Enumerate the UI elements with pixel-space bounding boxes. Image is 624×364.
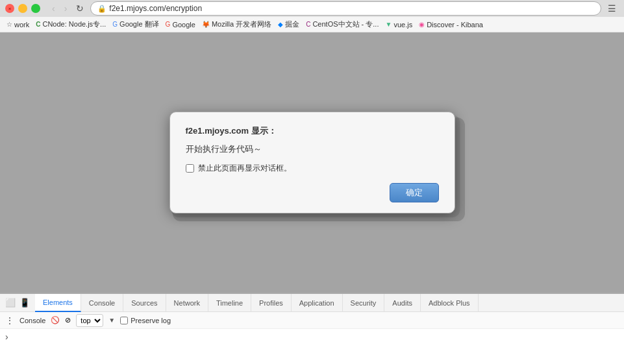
browser-body: f2e1.mjoys.com 显示： 开始执行业务代码～ 禁止此页面再显示对话框… [0, 32, 624, 364]
alert-suppress-checkbox[interactable] [186, 164, 194, 173]
bookmark-google[interactable]: G Google [163, 19, 198, 30]
preserve-log-label: Preserve log [131, 317, 171, 324]
devtools-tab-application-label: Application [299, 299, 334, 307]
bookmark-centos-label: CentOS中文站 - 专... [312, 19, 379, 29]
alert-message: 开始执行业务代码～ [186, 143, 439, 155]
bookmark-mozilla-icon: 🦊 [202, 21, 210, 28]
reload-button[interactable]: ↻ [73, 2, 86, 15]
menu-button[interactable]: ☰ [605, 2, 619, 15]
preserve-log-checkbox[interactable] [120, 317, 128, 324]
devtools-tab-profiles-label: Profiles [259, 299, 283, 307]
devtools-no-errors-icon: 🚫 [51, 316, 60, 324]
bookmark-vue-icon: ▼ [385, 21, 392, 28]
bookmark-juejin-label: 掘金 [285, 19, 299, 29]
devtools-tab-adblock[interactable]: Adblock Plus [421, 294, 479, 312]
security-icon: 🔒 [97, 5, 106, 13]
devtools-tab-profiles[interactable]: Profiles [251, 294, 292, 312]
bookmark-work-icon: ☆ [6, 21, 12, 28]
devtools-console-tab-label[interactable]: Console [19, 317, 45, 324]
alert-ok-button[interactable]: 确定 [390, 183, 439, 202]
alert-overlay: f2e1.mjoys.com 显示： 开始执行业务代码～ 禁止此页面再显示对话框… [0, 32, 624, 293]
devtools-console-area: › [0, 329, 624, 364]
bookmark-kibana-label: Discover - Kibana [427, 21, 483, 29]
page-area: f2e1.mjoys.com 显示： 开始执行业务代码～ 禁止此页面再显示对话框… [0, 32, 624, 364]
devtools-tab-sources[interactable]: Sources [123, 294, 166, 312]
devtools-tab-network-label: Network [174, 299, 200, 307]
alert-checkbox-row: 禁止此页面再显示对话框。 [186, 163, 439, 174]
bookmark-mozilla-label: Mozilla 开发者网络 [212, 19, 271, 29]
devtools-tab-sources-label: Sources [131, 299, 157, 307]
devtools-tab-console[interactable]: Console [81, 294, 123, 312]
devtools-tab-adblock-label: Adblock Plus [429, 299, 470, 307]
devtools-console-toolbar: ⋮ Console 🚫 ⊘ top ▼ Preserve log [0, 312, 624, 329]
alert-title: f2e1.mjoys.com 显示： [186, 125, 439, 137]
bookmark-centos[interactable]: C CentOS中文站 - 专... [303, 18, 381, 30]
devtools-more-icon[interactable]: ⋮ [5, 315, 14, 326]
bookmark-mozilla[interactable]: 🦊 Mozilla 开发者网络 [199, 18, 274, 30]
devtools-tab-timeline-label: Timeline [216, 299, 243, 307]
bookmark-kibana[interactable]: ◉ Discover - Kibana [416, 19, 486, 30]
devtools-tab-network[interactable]: Network [166, 294, 208, 312]
bookmark-cnode-icon: C [36, 21, 40, 28]
devtools-tabs: ⬜ 📱 Elements Console Sources Network [0, 294, 624, 312]
devtools-tab-timeline[interactable]: Timeline [208, 294, 251, 312]
bookmark-google-label: Google [172, 21, 195, 29]
window-controls: × [5, 4, 40, 13]
page-content: f2e1.mjoys.com 显示： 开始执行业务代码～ 禁止此页面再显示对话框… [0, 32, 624, 293]
bookmark-vue-label: vue.js [393, 21, 412, 29]
devtools-filter-icon[interactable]: ⊘ [65, 316, 71, 324]
devtools-device-icon[interactable]: 📱 [19, 298, 30, 308]
alert-title-text: f2e1.mjoys.com 显示： [186, 126, 277, 136]
bookmark-google-icon: G [166, 21, 171, 28]
bookmark-work-label: work [14, 21, 29, 29]
address-bar[interactable]: 🔒 f2e1.mjoys.com/encryption [90, 1, 601, 16]
bookmark-cnode-label: CNode: Node.js专... [42, 19, 106, 29]
minimize-window-button[interactable] [18, 4, 27, 13]
alert-dialog: f2e1.mjoys.com 显示： 开始执行业务代码～ 禁止此页面再显示对话框… [169, 112, 455, 213]
bookmarks-bar: ☆ work C CNode: Node.js专... G Google 翻译 … [0, 17, 624, 32]
devtools-tab-audits-label: Audits [392, 299, 412, 307]
devtools-tab-security-label: Security [351, 299, 377, 307]
devtools-tab-application[interactable]: Application [292, 294, 343, 312]
bookmark-translate-icon: G [112, 21, 118, 28]
alert-buttons: 确定 [186, 183, 439, 202]
bookmark-centos-icon: C [306, 21, 310, 28]
bookmark-juejin-icon: ◆ [278, 21, 283, 28]
bookmark-google-translate[interactable]: G Google 翻译 [110, 18, 161, 30]
devtools-tab-elements-label: Elements [43, 298, 73, 306]
bookmark-kibana-icon: ◉ [419, 21, 425, 28]
devtools-toolbar-icons: ⬜ 📱 [0, 298, 35, 308]
preserve-log-checkbox-label[interactable]: Preserve log [120, 317, 171, 324]
forward-button[interactable]: › [62, 2, 70, 15]
devtools-context-select[interactable]: top [76, 314, 103, 327]
devtools-select-icon[interactable]: ⬜ [5, 298, 16, 308]
devtools-tab-security[interactable]: Security [343, 294, 385, 312]
bookmark-juejin[interactable]: ◆ 掘金 [275, 18, 302, 30]
browser-window: × ‹ › ↻ 🔒 f2e1.mjoys.com/encryption ☰ ☆ … [0, 0, 624, 364]
close-window-button[interactable]: × [5, 4, 14, 13]
back-button[interactable]: ‹ [49, 2, 58, 15]
devtools-tab-elements[interactable]: Elements [35, 294, 81, 312]
url-text: f2e1.mjoys.com/encryption [109, 4, 202, 13]
devtools-dropdown-icon[interactable]: ▼ [108, 317, 115, 324]
devtools-tab-console-label: Console [89, 299, 115, 307]
devtools-panel: ⬜ 📱 Elements Console Sources Network [0, 293, 624, 364]
devtools-tab-audits[interactable]: Audits [384, 294, 421, 312]
alert-checkbox-label[interactable]: 禁止此页面再显示对话框。 [198, 163, 292, 174]
bookmark-translate-label: Google 翻译 [119, 19, 159, 29]
console-arrow-icon[interactable]: › [5, 332, 8, 342]
bookmark-cnode[interactable]: C CNode: Node.js专... [33, 18, 108, 30]
maximize-window-button[interactable] [31, 4, 40, 13]
bookmark-work[interactable]: ☆ work [4, 19, 32, 30]
bookmark-vuejs[interactable]: ▼ vue.js [382, 19, 415, 30]
tab-bar: × ‹ › ↻ 🔒 f2e1.mjoys.com/encryption ☰ [0, 0, 624, 17]
